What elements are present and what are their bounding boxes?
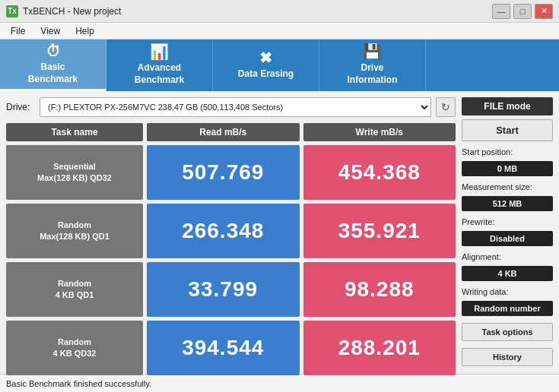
tab-data-erasing[interactable]: ✖ Data Erasing bbox=[213, 40, 319, 91]
left-panel: Drive: (F:) PLEXTOR PX-256M7VC 238.47 GB… bbox=[6, 97, 456, 368]
drive-information-icon: 💾 bbox=[363, 44, 382, 59]
menu-file[interactable]: File bbox=[3, 24, 33, 38]
col-header-read: Read mB/s bbox=[147, 123, 300, 141]
history-button[interactable]: History bbox=[462, 348, 553, 366]
row-write-4: 288.201 bbox=[303, 321, 456, 375]
drive-select[interactable]: (F:) PLEXTOR PX-256M7VC 238.47 GB (500,1… bbox=[40, 97, 431, 117]
alignment-label: Alignment: bbox=[462, 252, 553, 261]
row-label-2: RandomMax(128 KB) QD1 bbox=[6, 204, 143, 258]
row-write-3: 98.288 bbox=[303, 262, 456, 317]
writing-data-label: Writing data: bbox=[462, 287, 553, 296]
title-bar: Tx TxBENCH - New project — □ ✕ bbox=[0, 0, 559, 23]
menu-view[interactable]: View bbox=[33, 24, 68, 38]
drive-refresh-button[interactable]: ↻ bbox=[436, 97, 456, 117]
right-panel: FILE mode Start Start position: 0 MB Mea… bbox=[462, 97, 553, 368]
advanced-benchmark-icon: 📊 bbox=[150, 44, 169, 59]
table-row: SequentialMax(128 KB) QD32 507.769 454.3… bbox=[6, 145, 456, 200]
data-erasing-icon: ✖ bbox=[259, 50, 272, 65]
table-header: Task name Read mB/s Write mB/s bbox=[6, 123, 456, 141]
measurement-size-label: Measurement size: bbox=[462, 182, 553, 191]
table-row: RandomMax(128 KB) QD1 266.348 355.921 bbox=[6, 204, 456, 258]
row-label-1: SequentialMax(128 KB) QD32 bbox=[6, 145, 143, 200]
row-read-1: 507.769 bbox=[147, 145, 300, 200]
drive-row: Drive: (F:) PLEXTOR PX-256M7VC 238.47 GB… bbox=[6, 97, 456, 117]
window-title: TxBENCH - New project bbox=[23, 6, 121, 17]
toolbar: ⏱ BasicBenchmark 📊 AdvancedBenchmark ✖ D… bbox=[0, 40, 559, 91]
tab-drive-information[interactable]: 💾 DriveInformation bbox=[319, 40, 426, 91]
start-button[interactable]: Start bbox=[462, 119, 553, 141]
status-bar: Basic Benchmark finished successfully. bbox=[0, 374, 559, 392]
task-options-button[interactable]: Task options bbox=[462, 323, 553, 341]
table-row: Random4 KB QD32 394.544 288.201 bbox=[6, 321, 456, 375]
row-read-3: 33.799 bbox=[147, 262, 300, 317]
menu-bar: File View Help bbox=[0, 23, 559, 40]
row-write-1: 454.368 bbox=[303, 145, 456, 200]
title-bar-left: Tx TxBENCH - New project bbox=[6, 5, 121, 17]
start-position-value: 0 MB bbox=[462, 161, 553, 176]
prewrite-label: Prewrite: bbox=[462, 217, 553, 226]
file-mode-button[interactable]: FILE mode bbox=[462, 97, 553, 115]
alignment-value: 4 KB bbox=[462, 266, 553, 281]
menu-help[interactable]: Help bbox=[68, 24, 102, 38]
measurement-size-value: 512 MB bbox=[462, 196, 553, 211]
advanced-benchmark-label: AdvancedBenchmark bbox=[135, 62, 184, 86]
col-header-task: Task name bbox=[6, 123, 143, 141]
status-text: Basic Benchmark finished successfully. bbox=[6, 379, 151, 388]
basic-benchmark-icon: ⏱ bbox=[46, 43, 61, 58]
writing-data-value: Random number bbox=[462, 301, 553, 316]
start-position-label: Start position: bbox=[462, 147, 553, 156]
prewrite-value: Disabled bbox=[462, 231, 553, 246]
data-erasing-label: Data Erasing bbox=[238, 68, 294, 81]
minimize-button[interactable]: — bbox=[492, 4, 510, 19]
row-label-3: Random4 KB QD1 bbox=[6, 262, 143, 317]
col-header-write: Write mB/s bbox=[303, 123, 456, 141]
table-row: Random4 KB QD1 33.799 98.288 bbox=[6, 262, 456, 317]
row-label-4: Random4 KB QD32 bbox=[6, 321, 143, 375]
row-read-2: 266.348 bbox=[147, 204, 300, 258]
row-read-4: 394.544 bbox=[147, 321, 300, 375]
drive-label: Drive: bbox=[6, 102, 35, 112]
main-area: Drive: (F:) PLEXTOR PX-256M7VC 238.47 GB… bbox=[0, 91, 559, 374]
row-write-2: 355.921 bbox=[303, 204, 456, 258]
window-controls: — □ ✕ bbox=[492, 4, 553, 19]
tab-basic-benchmark[interactable]: ⏱ BasicBenchmark bbox=[0, 40, 106, 91]
close-button[interactable]: ✕ bbox=[535, 4, 553, 19]
tab-advanced-benchmark[interactable]: 📊 AdvancedBenchmark bbox=[106, 40, 213, 91]
app-icon: Tx bbox=[6, 5, 18, 17]
basic-benchmark-label: BasicBenchmark bbox=[28, 62, 78, 85]
drive-information-label: DriveInformation bbox=[348, 62, 398, 86]
maximize-button[interactable]: □ bbox=[513, 4, 532, 19]
bench-table: Task name Read mB/s Write mB/s Sequentia… bbox=[6, 123, 456, 375]
